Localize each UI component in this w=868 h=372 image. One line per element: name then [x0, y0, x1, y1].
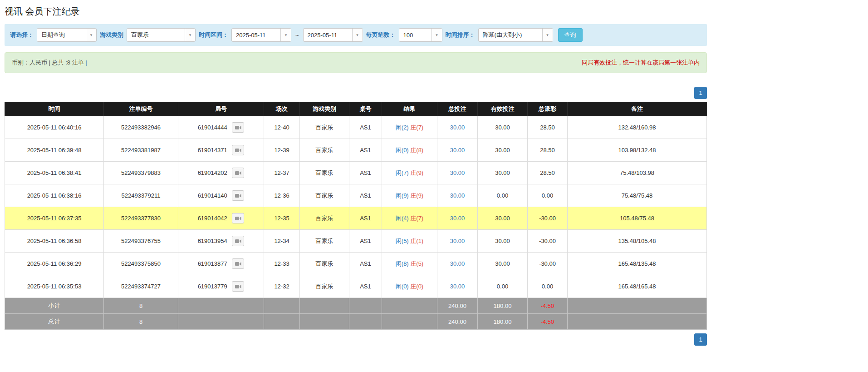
result-player: 闲(9): [396, 192, 409, 199]
subtotal-row: 小计 8 240.00 180.00 -4.50: [5, 298, 707, 314]
summary-bar: 币别：人民币 | 总共 :8 注单 | 同局有效投注，统一计算在该局第一张注单内: [5, 52, 707, 73]
video-replay-button[interactable]: [232, 168, 244, 178]
cell-bet-id: 522493379211: [104, 184, 178, 207]
time-sort-select[interactable]: 降冪(由大到小) ▾: [478, 28, 553, 42]
cell-bet-id: 522493381987: [104, 139, 178, 162]
cell-game-type: 百家乐: [300, 207, 349, 230]
date-query-value: 日期查询: [37, 31, 86, 39]
date-to-select[interactable]: 2025-05-11 ▾: [303, 28, 363, 42]
cell-valid-bet: 30.00: [478, 253, 528, 275]
round-id: 619013779: [198, 283, 227, 290]
total-bet-link[interactable]: 30.00: [450, 238, 465, 244]
date-query-select[interactable]: 日期查询 ▾: [37, 28, 97, 42]
cell-result: 闲(0) 庄(8): [382, 139, 437, 162]
cell-game-type: 百家乐: [300, 253, 349, 275]
valid-bet-notice: 同局有效投注，统一计算在该局第一张注单内: [582, 59, 700, 67]
result-player: 闲(4): [396, 215, 409, 222]
cell-session: 12-37: [264, 162, 300, 184]
cell-valid-bet: 30.00: [478, 162, 528, 184]
page-button-1[interactable]: 1: [694, 87, 707, 99]
cell-total-bet: 30.00: [437, 230, 478, 253]
video-camera-icon: [235, 125, 241, 130]
cell-bet-id: 522493374727: [104, 275, 178, 298]
total-bet-link[interactable]: 30.00: [450, 192, 465, 199]
cell-game-type: 百家乐: [300, 275, 349, 298]
cell-result: 闲(7) 庄(9): [382, 162, 437, 184]
video-replay-button[interactable]: [232, 236, 244, 246]
cell-bet-id: 522493382946: [104, 116, 178, 139]
cell-payout: -30.00: [528, 253, 568, 275]
cell-remark: 75.48/75.48: [568, 184, 707, 207]
total-bet-link[interactable]: 30.00: [450, 283, 465, 290]
video-replay-button[interactable]: [232, 281, 244, 292]
video-replay-button[interactable]: [232, 122, 244, 133]
date-from-select[interactable]: 2025-05-11 ▾: [231, 28, 291, 42]
result-player: 闲(5): [396, 238, 409, 244]
cell-game-type: 百家乐: [300, 162, 349, 184]
chevron-down-icon[interactable]: ▾: [185, 29, 195, 41]
cell-payout: 0.00: [528, 184, 568, 207]
pagination-top: 1: [5, 87, 707, 99]
round-id: 619014371: [198, 147, 227, 154]
cell-session: 12-35: [264, 207, 300, 230]
subtotal-count: 8: [104, 298, 178, 314]
cell-table-no: AS1: [349, 139, 382, 162]
cell-table-no: AS1: [349, 275, 382, 298]
cell-session: 12-34: [264, 230, 300, 253]
cell-valid-bet: 30.00: [478, 230, 528, 253]
bet-records-table: 时间 注单编号 局号 场次 游戏类别 桌号 结果 总投注 有效投注 总派彩 备注…: [5, 102, 707, 330]
cell-table-no: AS1: [349, 230, 382, 253]
video-replay-button[interactable]: [232, 190, 244, 201]
game-type-select[interactable]: 百家乐 ▾: [127, 28, 196, 42]
video-replay-button[interactable]: [232, 213, 244, 223]
total-bet-link[interactable]: 30.00: [450, 169, 465, 176]
cell-total-bet: 30.00: [437, 162, 478, 184]
chevron-down-icon[interactable]: ▾: [432, 29, 442, 41]
cell-total-bet: 30.00: [437, 184, 478, 207]
cell-time: 2025-05-11 06:40:16: [5, 116, 104, 139]
chevron-down-icon[interactable]: ▾: [542, 29, 553, 41]
filter-label-game-type: 游戏类别: [100, 31, 123, 39]
cell-result: 闲(4) 庄(7): [382, 207, 437, 230]
total-bet-link[interactable]: 30.00: [450, 260, 465, 267]
grand-total-count: 8: [104, 314, 178, 330]
cell-round: 619014371: [178, 139, 264, 162]
chevron-down-icon[interactable]: ▾: [86, 29, 96, 41]
cell-remark: 165.48/165.48: [568, 275, 707, 298]
page-size-value: 100: [399, 32, 432, 39]
result-banker: 庄(1): [410, 238, 423, 244]
cell-round: 619014140: [178, 184, 264, 207]
table-row: 2025-05-11 06:36:29 522493375850 6190138…: [5, 253, 707, 275]
cell-round: 619014444: [178, 116, 264, 139]
result-banker: 庄(5): [410, 260, 423, 267]
cell-remark: 105.48/75.48: [568, 207, 707, 230]
cell-remark: 165.48/135.48: [568, 253, 707, 275]
cell-session: 12-33: [264, 253, 300, 275]
cell-round: 619014042: [178, 207, 264, 230]
cell-total-bet: 30.00: [437, 253, 478, 275]
video-replay-button[interactable]: [232, 258, 244, 269]
cell-time: 2025-05-11 06:39:48: [5, 139, 104, 162]
table-row: 2025-05-11 06:37:35 522493377830 6190140…: [5, 207, 707, 230]
filter-label-sort: 时间排序：: [446, 31, 475, 39]
chevron-down-icon[interactable]: ▾: [352, 29, 363, 41]
cell-payout: 0.00: [528, 275, 568, 298]
cell-payout: 28.50: [528, 139, 568, 162]
round-id: 619013954: [198, 238, 227, 244]
cell-time: 2025-05-11 06:35:53: [5, 275, 104, 298]
video-replay-button[interactable]: [232, 145, 244, 155]
video-camera-icon: [235, 193, 241, 198]
page-button-1[interactable]: 1: [694, 333, 707, 346]
cell-result: 闲(9) 庄(9): [382, 184, 437, 207]
result-player: 闲(2): [396, 124, 409, 131]
page-size-select[interactable]: 100 ▾: [399, 28, 442, 42]
total-bet-link[interactable]: 30.00: [450, 215, 465, 222]
column-header-total-bet: 总投注: [437, 102, 478, 116]
table-header-row: 时间 注单编号 局号 场次 游戏类别 桌号 结果 总投注 有效投注 总派彩 备注: [5, 102, 707, 116]
table-row: 2025-05-11 06:39:48 522493381987 6190143…: [5, 139, 707, 162]
total-bet-link[interactable]: 30.00: [450, 147, 465, 154]
total-bet-link[interactable]: 30.00: [450, 124, 465, 131]
chevron-down-icon[interactable]: ▾: [280, 29, 291, 41]
column-header-payout: 总派彩: [528, 102, 568, 116]
search-button[interactable]: 查询: [558, 28, 583, 42]
